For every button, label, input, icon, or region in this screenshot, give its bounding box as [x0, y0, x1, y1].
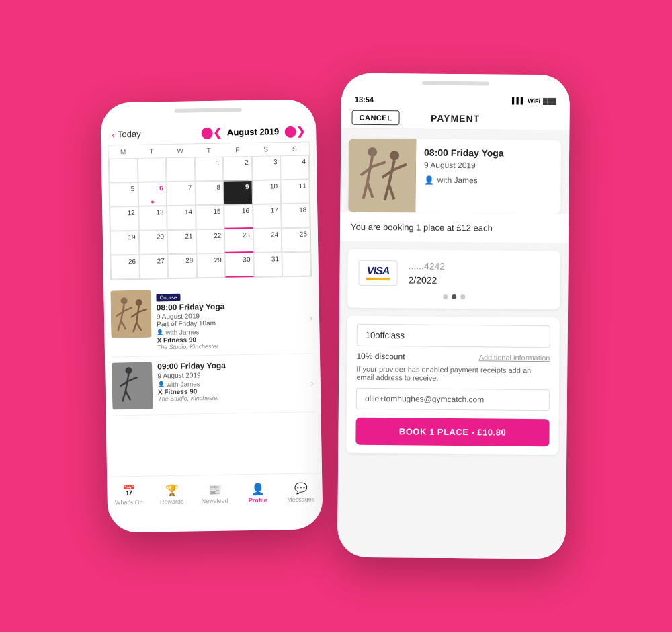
today-button[interactable]: ‹ Today: [112, 128, 141, 140]
notch-bar: [175, 108, 242, 113]
day-sun: S: [280, 142, 309, 155]
visa-card: VISA ......4242 2/2022: [358, 259, 549, 288]
svg-rect-13: [112, 362, 153, 410]
day-fri: F: [223, 143, 252, 157]
cal-cell-17[interactable]: 17: [253, 204, 282, 229]
cal-cell-26[interactable]: 26: [110, 255, 139, 280]
nav-whats-on[interactable]: 📅 What's On: [107, 485, 151, 506]
additional-info-link[interactable]: Additional information: [479, 353, 550, 362]
class-arrow-2: ›: [310, 359, 314, 406]
profile-nav-icon: 👤: [251, 483, 264, 496]
book-button[interactable]: BOOK 1 PLACE - £10.80: [355, 418, 549, 447]
nav-newsfeed[interactable]: 📰 Newsfeed: [193, 483, 237, 504]
cal-cell-3[interactable]: 3: [252, 155, 281, 180]
email-field[interactable]: ollie+tomhughes@gymcatch.com: [356, 388, 550, 411]
class-instructor-1: with James: [165, 328, 199, 336]
promo-code-value: 10offclass: [366, 330, 405, 341]
booking-info: You are booking 1 place at £12 each: [340, 212, 569, 243]
cal-cell-5[interactable]: 5: [110, 182, 138, 207]
nav-newsfeed-label: Newsfeed: [202, 498, 228, 505]
payment-card-section[interactable]: VISA ......4242 2/2022: [347, 249, 560, 310]
day-sat: S: [251, 143, 280, 156]
rewards-nav-icon: 🏆: [165, 484, 178, 497]
messages-nav-icon: 💬: [294, 482, 307, 495]
class-info-1: Course 08:00 Friday Yoga 9 August 2019 P…: [156, 288, 304, 351]
payment-header: CANCEL PAYMENT: [341, 107, 569, 131]
nav-profile[interactable]: 👤 Profile: [236, 482, 280, 504]
yoga-image-2: [112, 362, 153, 410]
thumb-placeholder-2: [112, 362, 153, 410]
class-arrow-1: ›: [309, 287, 313, 348]
instructor-person-icon: 👤: [424, 175, 434, 185]
cal-cell-13[interactable]: 13: [138, 206, 167, 231]
card-details: ......4242 2/2022: [408, 259, 445, 287]
class-instructor-2: with James: [167, 380, 200, 388]
nav-messages-label: Messages: [287, 496, 314, 503]
cal-cell-25[interactable]: 25: [282, 227, 310, 252]
cal-cell-7[interactable]: 7: [167, 181, 196, 206]
cal-cell-4[interactable]: 4: [280, 155, 309, 180]
cal-cell-empty: [137, 157, 166, 182]
class-tag-1: Course: [156, 294, 180, 302]
wifi-icon: WiFi: [528, 97, 540, 104]
svg-rect-20: [348, 139, 416, 213]
nav-rewards[interactable]: 🏆 Rewards: [150, 484, 194, 506]
class-thumb-1: [110, 290, 151, 338]
class-info-2: 09:00 Friday Yoga 9 August 2019 👤 with J…: [157, 360, 306, 409]
card-class-date: 9 August 2019: [424, 161, 553, 171]
cal-cell-8[interactable]: 8: [195, 181, 224, 206]
dot-2-active: [452, 294, 456, 299]
status-icons: ▌▌▌ WiFi ▓▓▓: [512, 97, 556, 105]
promo-section: 10offclass 10% discount Additional infor…: [346, 316, 560, 455]
cal-cell-16[interactable]: 16: [224, 204, 253, 229]
cal-cell-empty-end: [282, 251, 311, 276]
cal-cell-18[interactable]: 18: [282, 203, 310, 228]
nav-messages[interactable]: 💬 Messages: [279, 481, 323, 503]
right-phone-content: 08:00 Friday Yoga 9 August 2019 👤 with J…: [337, 129, 570, 559]
cal-cell-24[interactable]: 24: [253, 228, 282, 253]
cal-cell-12[interactable]: 12: [110, 206, 138, 231]
cal-cell-1[interactable]: 1: [195, 157, 224, 182]
nav-whats-on-label: What's On: [115, 499, 143, 506]
cal-cell-29[interactable]: 29: [196, 253, 225, 278]
cal-cell-22[interactable]: 22: [196, 229, 224, 254]
cal-cell-9-today[interactable]: 9: [224, 180, 253, 205]
cal-cell-21[interactable]: 21: [167, 229, 196, 254]
signal-icon: ▌▌▌: [512, 97, 525, 104]
cal-cell-2[interactable]: 2: [223, 156, 252, 181]
right-status-bar: 13:54 ▌▌▌ WiFi ▓▓▓: [341, 92, 570, 109]
promo-note-text: If your provider has enabled payment rec…: [356, 365, 550, 383]
newsfeed-nav-icon: 📰: [208, 483, 221, 496]
cal-cell-10[interactable]: 10: [252, 180, 281, 204]
svg-point-21: [368, 147, 377, 157]
cal-cell-19[interactable]: 19: [110, 231, 139, 255]
promo-code-field: 10offclass: [357, 324, 550, 348]
card-instructor-label: with James: [437, 175, 478, 186]
prev-month-button[interactable]: ⬤❮: [201, 126, 222, 140]
yoga-image-1: [110, 290, 151, 338]
cal-cell-20[interactable]: 20: [138, 230, 167, 255]
cal-cell-11[interactable]: 11: [281, 179, 310, 204]
cal-cell-15[interactable]: 15: [196, 205, 224, 230]
cal-cell-27[interactable]: 27: [139, 254, 168, 279]
class-item-2[interactable]: 09:00 Friday Yoga 9 August 2019 👤 with J…: [112, 354, 314, 416]
left-notch: [100, 99, 315, 122]
cal-cell-23[interactable]: 23: [224, 229, 253, 253]
card-expiry: 2/2022: [408, 273, 445, 287]
cal-cell-6[interactable]: 6: [138, 182, 167, 206]
month-nav: ⬤❮ August 2019 ⬤❯: [201, 125, 306, 140]
class-item-1[interactable]: Course 08:00 Friday Yoga 9 August 2019 P…: [110, 282, 313, 357]
visa-stripe: [366, 278, 390, 280]
month-year-label: August 2019: [227, 126, 280, 137]
card-class-title: 08:00 Friday Yoga: [424, 147, 553, 159]
card-instructor: 👤 with James: [424, 175, 553, 186]
cal-cell-31[interactable]: 31: [253, 252, 282, 277]
day-mon: M: [109, 145, 138, 159]
cal-cell-14[interactable]: 14: [167, 205, 196, 230]
cancel-button[interactable]: CANCEL: [351, 110, 399, 126]
next-month-button[interactable]: ⬤❯: [284, 125, 305, 139]
cal-cell-30[interactable]: 30: [225, 253, 254, 278]
svg-point-27: [390, 151, 399, 160]
right-phone: 13:54 ▌▌▌ WiFi ▓▓▓ CANCEL PAYMENT: [337, 73, 570, 559]
cal-cell-28[interactable]: 28: [168, 253, 197, 278]
